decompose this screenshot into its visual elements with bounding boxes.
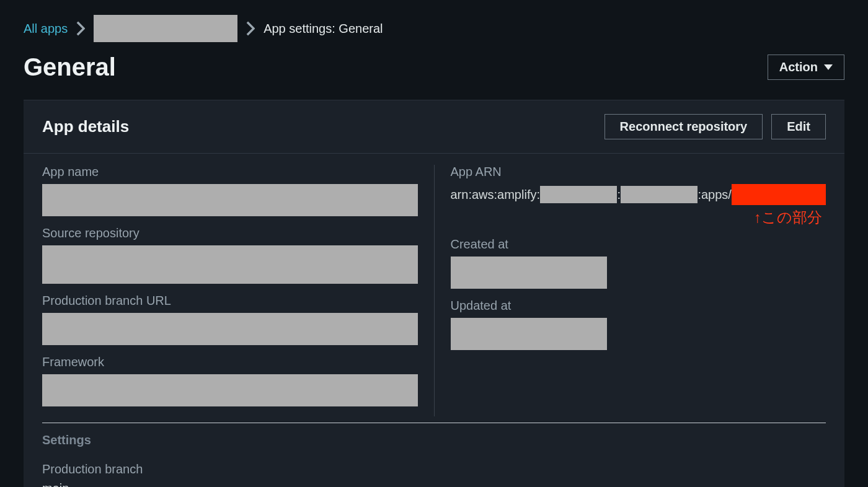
- app-name-label: App name: [42, 165, 418, 179]
- source-repository-label: Source repository: [42, 226, 418, 240]
- panel-title: App details: [42, 117, 129, 136]
- action-dropdown-button[interactable]: Action: [768, 55, 844, 80]
- breadcrumb-app-name-redacted[interactable]: [94, 15, 237, 42]
- breadcrumb-current: App settings: General: [264, 22, 383, 36]
- production-branch-url-label: Production branch URL: [42, 294, 418, 308]
- reconnect-repository-button[interactable]: Reconnect repository: [604, 114, 763, 139]
- updated-at-label: Updated at: [451, 299, 826, 313]
- framework-value-redacted: [42, 374, 418, 406]
- arn-prefix-text: arn:aws:amplify:: [451, 188, 541, 202]
- chevron-right-icon: [76, 21, 85, 36]
- production-branch-value: main: [42, 481, 826, 487]
- arn-region-redacted: [540, 186, 617, 203]
- page-title: General: [24, 53, 116, 81]
- framework-label: Framework: [42, 355, 418, 369]
- settings-heading: Settings: [42, 433, 826, 447]
- edit-button[interactable]: Edit: [771, 114, 826, 139]
- app-arn-label: App ARN: [451, 165, 826, 179]
- created-at-label: Created at: [451, 237, 826, 252]
- action-button-label: Action: [779, 60, 818, 74]
- app-arn-value: arn:aws:amplify:::apps/: [451, 184, 826, 205]
- breadcrumb-all-apps-link[interactable]: All apps: [24, 22, 68, 36]
- arn-app-id-highlighted: [732, 184, 826, 205]
- divider: [42, 423, 826, 423]
- production-branch-label: Production branch: [42, 462, 826, 476]
- arn-account-redacted: [621, 186, 698, 203]
- source-repository-value-redacted: [42, 245, 418, 284]
- updated-at-value-redacted: [451, 318, 607, 350]
- caret-down-icon: [824, 64, 833, 70]
- breadcrumb: All apps App settings: General: [24, 15, 844, 42]
- annotation-this-part: ↑この部分: [451, 208, 826, 227]
- app-name-value-redacted: [42, 184, 418, 216]
- created-at-value-redacted: [451, 257, 607, 289]
- production-branch-url-value-redacted: [42, 313, 418, 345]
- app-details-panel: App details Reconnect repository Edit Ap…: [24, 100, 844, 487]
- arn-apps-text: :apps/: [698, 188, 731, 202]
- chevron-right-icon: [246, 21, 255, 36]
